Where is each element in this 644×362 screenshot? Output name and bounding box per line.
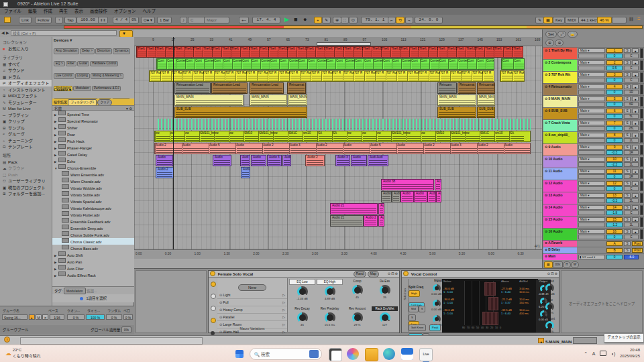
midi-map-button[interactable]: MIDI	[565, 17, 579, 23]
loop-button[interactable]: ⟲	[396, 17, 405, 23]
macro-knob[interactable]: Comp45	[344, 279, 370, 306]
map-button[interactable]: Map	[368, 271, 379, 278]
filter-chip[interactable]: EQ >	[54, 61, 65, 67]
track-name[interactable]: ⊙ 12 Audio	[543, 180, 577, 192]
arm-button[interactable]: ●	[632, 133, 639, 137]
taskbar-app-store[interactable]	[401, 348, 413, 360]
pan-field[interactable]: 1R	[624, 150, 639, 155]
clip[interactable]: Reincarnat	[458, 82, 476, 94]
pan-field[interactable]: 1R	[624, 90, 639, 95]
solo-button[interactable]: S	[624, 60, 631, 65]
comp-amount-knob[interactable]: Amount100 %	[539, 316, 559, 333]
browser-list-item[interactable]: Ensemble Deep.adv	[52, 225, 134, 231]
taskbar-app-edge[interactable]	[383, 348, 395, 360]
output-routing-menu[interactable]: Main ▾	[578, 121, 605, 125]
filter-chip[interactable]: Distortion	[95, 48, 112, 54]
comp-title-bar[interactable]: Vocal Control ⊙ ⊡ ⊖	[402, 271, 559, 278]
browser-list-item[interactable]: Warm Chorale.adv	[52, 178, 134, 184]
metronome-button[interactable]: ◔	[55, 17, 63, 23]
track-header[interactable]: ⊙ 3 707 Rok WitMain ▾30S●C	[543, 71, 644, 83]
device-on-toggle[interactable]	[210, 271, 215, 276]
browser-list-item[interactable]: ▶Spectral Resonator	[52, 117, 134, 124]
clip[interactable]: SUB_SUB	[477, 107, 495, 118]
clip[interactable]: Reincarnati	[477, 82, 495, 94]
sidebar-item[interactable]: ▣クリップ	[0, 118, 52, 125]
clip[interactable]: Au	[436, 191, 441, 202]
solo-button[interactable]: S	[624, 133, 631, 137]
sidebar-item[interactable]: ⊞フォルダーを追加...	[0, 190, 52, 197]
stop-button[interactable]: ■	[294, 16, 297, 23]
volume-field[interactable]: 0	[606, 138, 623, 143]
return-track-header[interactable]: ⊙ B DelayBSPost	[543, 247, 644, 253]
clip[interactable]: Audio 2AudioAudio 5AudioAudio 2Audio 3Au…	[154, 143, 531, 154]
sidebar-item[interactable]: ▦すべて	[0, 61, 52, 68]
pan-field[interactable]: 2L	[624, 198, 639, 203]
loop-length-field[interactable]: 24. 0. 0	[415, 17, 443, 23]
track-header[interactable]: ⊙ 4 ReincarnatioMain ▾40S●1R	[543, 83, 644, 95]
volume-field[interactable]: 0	[606, 54, 623, 58]
taskbar-app-explorer[interactable]	[365, 348, 378, 361]
track-header[interactable]: ⊙ 11 AudioMain ▾110S●1R	[543, 168, 644, 180]
menu-item-2[interactable]: 作成	[44, 9, 52, 13]
sidebar-item[interactable]: ⇌オーディオエフェクト	[0, 80, 52, 86]
punch-in-button[interactable]: ⌐	[388, 17, 396, 23]
clip[interactable]: MAIN_MAIN	[174, 95, 244, 106]
macro-knob[interactable]: De-Ess35	[372, 279, 398, 306]
display-icon[interactable]	[600, 351, 606, 356]
macro-knob[interactable]: Rev Predelay15.5 ms	[317, 306, 343, 333]
notification-icon[interactable]: !	[4, 337, 10, 343]
macro-knob[interactable]: Rev Decay45	[289, 306, 315, 333]
track-name[interactable]: ⊙ 4 Reincarnatio	[543, 84, 577, 95]
output-routing-menu[interactable]: Main ▾	[578, 145, 605, 149]
browser-list-item[interactable]: Ensemble Feedback.adv	[52, 218, 134, 225]
clip[interactable]: Audio	[156, 155, 173, 166]
browser-list-item[interactable]: ▶Spectral Time	[52, 111, 134, 117]
comp-on-toggle[interactable]	[403, 271, 409, 276]
track-header[interactable]: ⊙ 5 MAIN_MAINMain ▾50S●6R	[543, 95, 644, 107]
browser-list-item[interactable]: Chorus Subtle Funk.adv	[52, 231, 134, 238]
menu-item-4[interactable]: 表示	[74, 9, 83, 13]
pan-field[interactable]: 1L	[624, 162, 639, 167]
browser-list-item[interactable]: Vibrato Subtle.adv	[52, 191, 134, 198]
loop-start-field[interactable]: 79. 1. 1	[361, 17, 389, 23]
browser-list-item[interactable]: Vibrato Flutter.adv	[52, 211, 134, 218]
lock-envelopes-button[interactable]: 🔒	[568, 31, 578, 38]
pan-field[interactable]: C	[624, 210, 639, 215]
browser-search-input[interactable]: 検索 (Ctrl + F)	[11, 30, 117, 36]
clip[interactable]: MAIN_MAI	[477, 95, 495, 106]
filter-chip[interactable]: Mixing & Mastering >	[91, 73, 123, 79]
output-routing-menu[interactable]: Main ▾	[578, 84, 605, 89]
clip[interactable]: Reincarnat	[287, 82, 306, 94]
volume-icon[interactable]: ◖)	[611, 351, 616, 357]
output-routing-menu[interactable]: Main ▾	[578, 133, 605, 137]
link-button[interactable]: Link	[19, 17, 32, 23]
solo-button[interactable]: S	[624, 157, 631, 162]
pan-field[interactable]: C	[624, 186, 639, 191]
pan-field[interactable]: 1L	[624, 223, 639, 227]
arrangement-overview[interactable]	[64, 25, 643, 29]
sidebar-item[interactable]: ⌁チューニング	[0, 137, 52, 144]
solo-button[interactable]: S	[624, 109, 631, 113]
output-routing-menu[interactable]: Main ▾	[578, 205, 605, 210]
comp-window-icons[interactable]: ⊙ ⊡ ⊖	[547, 271, 557, 277]
clip[interactable]: Reincarnation Lead	[250, 82, 284, 94]
output-routing-menu[interactable]: Main ▾	[578, 109, 605, 113]
rack-title-bar[interactable]: Female Solo Vocal Rand Map ⊙ ⊡ ⊖	[209, 271, 399, 278]
clip[interactable]: 707 Rok W707 R707 Rok W707 R707 Rok W707…	[149, 70, 494, 82]
solo-button[interactable]: S	[624, 169, 631, 174]
output-routing-menu[interactable]: Main ▾	[578, 217, 605, 222]
browser-list-item[interactable]: ▶Shifter	[52, 124, 134, 131]
groove-btn[interactable]: M	[36, 314, 42, 320]
track-name[interactable]: ⊙ 11 Audio	[543, 168, 577, 180]
output-routing-menu[interactable]: Main ▾	[578, 60, 605, 65]
clip[interactable]: Au	[435, 179, 441, 190]
device-drop-area[interactable]: オーディオエフェクトをここへドロップ	[561, 270, 643, 333]
track-name[interactable]: ⊙ 10 Audio	[543, 156, 577, 168]
menu-item-7[interactable]: ヘルプ	[143, 9, 156, 13]
arm-button[interactable]: ●	[632, 193, 639, 198]
volume-field[interactable]: 0	[606, 174, 623, 179]
track-name[interactable]: ⊙ 14 Audio	[543, 204, 577, 216]
new-variation-button[interactable]: New	[238, 284, 266, 291]
browser-list-item[interactable]: Chorus Bass.adv	[52, 245, 134, 251]
nudge-buttons[interactable]: ‖ ‖	[98, 17, 108, 23]
